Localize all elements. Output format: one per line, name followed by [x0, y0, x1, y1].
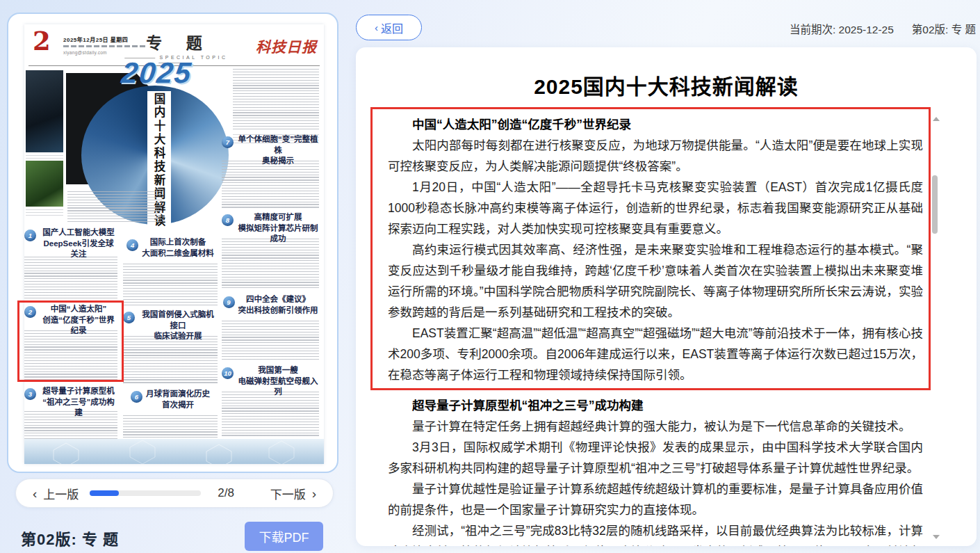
- headline-number-badge: 6: [131, 391, 142, 403]
- page-background: { "colors": { "accent_blue": "#2f6bf0", …: [0, 0, 980, 553]
- scrollbar-thumb[interactable]: [932, 175, 938, 234]
- thumb-headline-9[interactable]: 9 四中全会《建议》突出科技创新引领作用: [222, 294, 319, 316]
- chevron-left-icon[interactable]: ‹: [33, 487, 37, 500]
- headline-number-badge: 3: [24, 388, 36, 400]
- newsprint-text-placeholder: [222, 321, 319, 361]
- thumb-headline-8[interactable]: 8 高精度可扩展模拟矩阵计算芯片研制成功: [222, 212, 319, 245]
- newsprint-text-placeholder: [222, 392, 319, 438]
- headline-number-badge: 5: [123, 312, 135, 323]
- next-page-button[interactable]: 下一版: [270, 485, 306, 502]
- headline-number-badge: 8: [222, 214, 234, 226]
- issue-info: 当前期次: 2025-12-25第02版: 专 题: [790, 21, 976, 36]
- article-paragraph: 经测试，“祖冲之三号”完成83比特32层的随机线路采样，以目前最优经典算法为比较…: [388, 520, 923, 546]
- article-selection-box: [17, 300, 124, 382]
- back-button[interactable]: ‹ 返回: [356, 15, 422, 40]
- download-pdf-button[interactable]: 下载PDF: [245, 522, 323, 551]
- edition-title: 第02版: 专 题: [21, 527, 119, 549]
- thumb-headline-7[interactable]: 7 单个体细胞“变”完整植株奥秘揭示: [222, 134, 319, 167]
- headline-number-badge: 7: [222, 136, 234, 148]
- newspaper-thumbnail-card: 2 2025年12月25日 星期四 xiyang@stdaily.com 专 题…: [7, 13, 338, 473]
- newsprint-text-placeholder: [123, 264, 218, 305]
- thumb-headline-5[interactable]: 5 我国首例侵入式脑机接口临床试验开展: [123, 310, 218, 342]
- prev-page-button[interactable]: 上一版: [43, 485, 79, 502]
- edition-label: 第02版: 专 题: [912, 24, 976, 35]
- thumb-headline-3[interactable]: 3 超导量子计算原型机“祖冲之三号”成功构建: [24, 386, 117, 419]
- page-progress-fill: [90, 490, 119, 496]
- article-paragraph: 3月3日，国际权威学术期刊《物理评论快报》发表的成果显示，由中国科学技术大学联合…: [388, 437, 923, 479]
- article-panel: 2025国内十大科技新闻解读 中国“人造太阳”创造“亿度千秒”世界纪录 太阳内部…: [356, 47, 977, 546]
- headline-number-badge: 9: [223, 296, 235, 308]
- thumb-headline-1[interactable]: 1 国产人工智能大模型DeepSeek引发全球关注: [24, 227, 117, 260]
- headline-number-badge: 10: [222, 367, 234, 379]
- scrollbar-up-arrow-icon[interactable]: [933, 117, 940, 121]
- newsprint-text-placeholder: [24, 257, 117, 300]
- tech-pattern-band: [24, 439, 324, 464]
- issue-date-label: 当前期次: 2025-12-25: [790, 24, 894, 35]
- headline-number-badge: 1: [24, 230, 36, 241]
- chevron-right-icon[interactable]: ›: [312, 487, 316, 500]
- newspaper-page-scan[interactable]: 2 2025年12月25日 星期四 xiyang@stdaily.com 专 题…: [24, 24, 324, 464]
- article-paragraph: 量子计算优越性是验证量子计算系统超越传统超级计算机的重要标准，是量子计算具备应用…: [388, 479, 923, 520]
- newsprint-text-placeholder: [222, 161, 319, 208]
- newspaper-masthead-logo: 科技日报: [256, 35, 317, 56]
- newsprint-text-placeholder: [222, 239, 319, 289]
- thumb-headline-4[interactable]: 4 国际上首次制备大面积二维金属材料: [123, 237, 218, 259]
- scrollbar-down-arrow-icon[interactable]: [933, 535, 940, 539]
- newspaper-page-number: 2: [33, 29, 51, 54]
- plant-photo: [26, 161, 63, 207]
- page-navigation-bar: ‹ 上一版 2/8 下一版 ›: [15, 479, 334, 508]
- photo-caption-placeholder: [26, 209, 63, 216]
- newsprint-text-placeholder: [67, 191, 162, 222]
- headline-number-badge: 4: [126, 239, 138, 251]
- article-section-2: 超导量子计算原型机“祖冲之三号”成功构建 量子计算在特定任务上拥有超越经典计算的…: [388, 395, 923, 546]
- section-heading: 超导量子计算原型机“祖冲之三号”成功构建: [388, 395, 923, 416]
- photo-caption-placeholder: [26, 155, 63, 159]
- article-title: 2025国内十大科技新闻解读: [356, 70, 977, 100]
- chevron-left-icon: ‹: [375, 22, 378, 33]
- thumb-headline-6[interactable]: 6 月球背面演化历史首次揭开: [123, 389, 218, 410]
- article-paragraph: 量子计算在特定任务上拥有超越经典计算的强大能力，被认为是下一代信息革命的关键技术…: [388, 416, 923, 437]
- newsprint-text-placeholder: [233, 69, 319, 130]
- feature-year-2025: 2025: [120, 56, 193, 90]
- page-progress-track[interactable]: [90, 490, 201, 496]
- satellite-photo: [26, 70, 63, 152]
- newsprint-text-placeholder: [123, 336, 218, 385]
- thumb-headline-10[interactable]: 10 我国第一艘电磁弹射型航空母舰入列: [222, 365, 319, 398]
- hexagon-pattern: [24, 439, 324, 464]
- page-position-label: 2/8: [218, 486, 234, 500]
- left-footer: 第02版: 专 题 下载PDF: [21, 522, 334, 551]
- newsprint-text-placeholder: [123, 415, 218, 439]
- article-highlight-box: [370, 107, 931, 390]
